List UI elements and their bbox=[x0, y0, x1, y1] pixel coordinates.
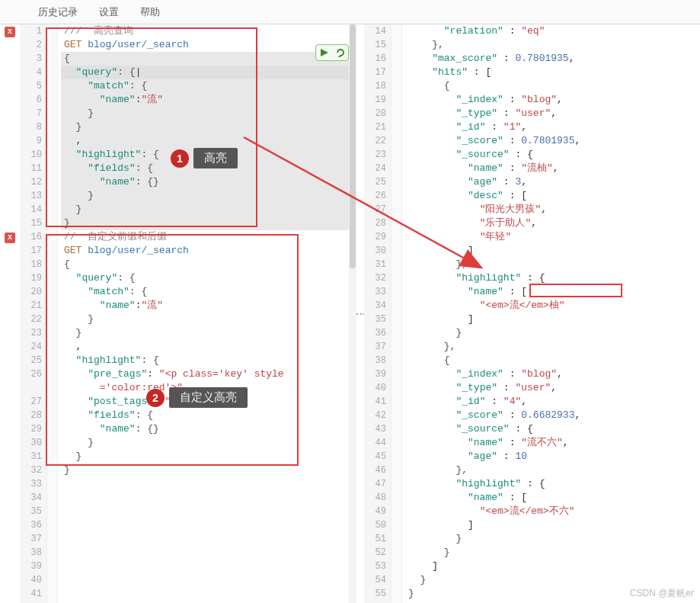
callout-2: 2 自定义高亮 bbox=[146, 387, 248, 408]
tab-history[interactable]: 历史记录 bbox=[27, 1, 88, 24]
response-viewer[interactable]: 1415161718192021222324252627282930313233… bbox=[364, 24, 700, 603]
pane-splitter[interactable]: ⋮ bbox=[356, 24, 364, 603]
response-code: "relation" : "eq" }, "max_score" : 0.780… bbox=[402, 24, 700, 603]
request-editor[interactable]: xx 1234567891011121314151617181920212223… bbox=[0, 24, 356, 603]
tab-help[interactable]: 帮助 bbox=[129, 1, 171, 24]
request-code[interactable]: /// 高亮查询GET blog/user/_search{ "query": … bbox=[58, 24, 356, 603]
play-icon bbox=[320, 48, 329, 57]
content: xx 1234567891011121314151617181920212223… bbox=[0, 24, 700, 603]
fold-column bbox=[392, 24, 402, 603]
line-number-gutter: 1234567891011121314151617181920212223242… bbox=[20, 24, 47, 603]
callout-2-label: 自定义高亮 bbox=[169, 387, 248, 408]
watermark: CSDN @夏帆er bbox=[630, 587, 694, 600]
fold-column bbox=[47, 24, 58, 603]
wrench-icon bbox=[336, 48, 345, 57]
callout-1-number: 1 bbox=[171, 149, 189, 168]
svg-marker-0 bbox=[321, 49, 328, 56]
callout-1-label: 高亮 bbox=[193, 148, 238, 168]
tabs-bar: 历史记录 设置 帮助 bbox=[0, 0, 700, 24]
error-gutter: xx bbox=[0, 24, 20, 603]
run-request-button[interactable] bbox=[315, 44, 349, 61]
tab-settings[interactable]: 设置 bbox=[88, 1, 129, 24]
callout-1: 1 高亮 bbox=[171, 148, 238, 168]
line-number-gutter: 1415161718192021222324252627282930313233… bbox=[364, 24, 392, 603]
callout-2-number: 2 bbox=[146, 389, 165, 407]
